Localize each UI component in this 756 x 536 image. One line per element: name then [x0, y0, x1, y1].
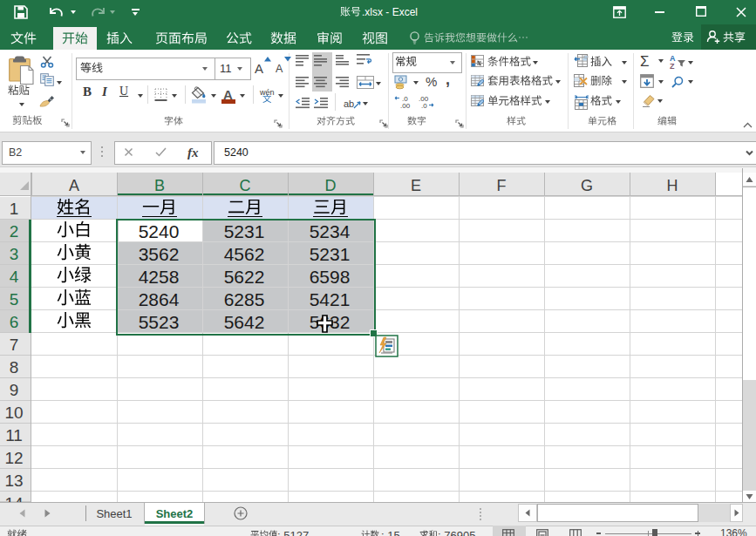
svg-text:ab: ab — [344, 98, 354, 109]
svg-text:Z: Z — [670, 62, 675, 70]
svg-text:.0: .0 — [421, 102, 427, 108]
svg-text:.00: .00 — [400, 102, 411, 108]
